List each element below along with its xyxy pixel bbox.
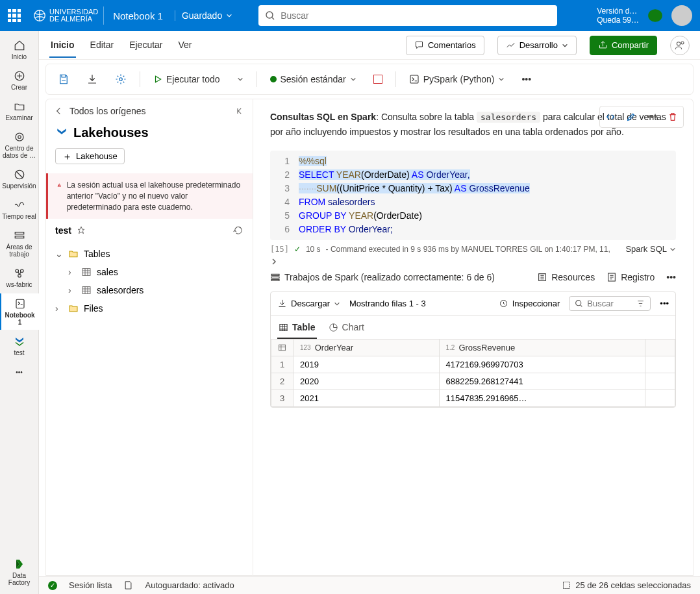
- svg-rect-20: [82, 287, 90, 294]
- share-button[interactable]: Compartir: [590, 36, 657, 55]
- develop-button[interactable]: Desarrollo: [497, 36, 577, 55]
- selection-icon: [562, 580, 571, 590]
- download-results[interactable]: Descargar: [277, 299, 340, 308]
- rail-realtime[interactable]: Tiempo real: [0, 195, 39, 224]
- lakehouse-icon: [55, 127, 68, 140]
- inspect-button[interactable]: Inspeccionar: [499, 299, 560, 308]
- table-row[interactable]: 3202111547835.2916965…: [271, 390, 675, 407]
- session-status[interactable]: Sesión estándar: [266, 71, 360, 87]
- output-more[interactable]: •••: [666, 272, 676, 282]
- resources-tab[interactable]: Resources: [537, 272, 595, 282]
- rail-browse[interactable]: Examinar: [0, 96, 39, 125]
- table-row[interactable]: 220206882259.268127441: [271, 373, 675, 390]
- copilot-button[interactable]: [670, 36, 690, 55]
- table-icon: [81, 267, 92, 277]
- rail-create[interactable]: Crear: [0, 66, 39, 95]
- rail-monitor[interactable]: Supervisión: [0, 164, 39, 193]
- tab-view[interactable]: Ver: [177, 33, 194, 58]
- svg-rect-22: [271, 277, 279, 278]
- tree-tables[interactable]: ⌄Tables: [51, 245, 247, 263]
- collapse-panel-icon[interactable]: [236, 106, 245, 116]
- svg-rect-8: [15, 236, 24, 238]
- svg-point-1: [266, 12, 273, 18]
- back-arrow-icon[interactable]: [54, 106, 64, 116]
- document-title[interactable]: Notebook 1: [110, 10, 163, 21]
- tree-table-sales[interactable]: ›sales: [51, 263, 247, 281]
- spark-jobs[interactable]: Trabajos de Spark (realizado correctamen…: [270, 272, 495, 282]
- current-lakehouse[interactable]: test: [55, 225, 71, 236]
- save-icon: [123, 580, 133, 590]
- table-icon: [278, 343, 286, 352]
- rail-notebook[interactable]: Notebook 1: [0, 293, 39, 330]
- svg-rect-19: [82, 269, 90, 276]
- session-status: Sesión lista: [69, 580, 112, 590]
- exec-index: [15]: [270, 245, 289, 254]
- svg-rect-12: [16, 299, 24, 308]
- trial-status[interactable]: Versión d…Queda 59…: [597, 6, 639, 25]
- notebook-toolbar: Ejecutar todo Sesión estándar PySpark (P…: [45, 64, 694, 95]
- cell-toolbar: •••: [599, 106, 684, 128]
- settings-icon[interactable]: [111, 71, 131, 88]
- tab-edit[interactable]: Editar: [89, 33, 116, 58]
- rail-wsfabric[interactable]: ws-fabric: [0, 263, 39, 292]
- cell-code-icon[interactable]: [601, 108, 619, 126]
- filter-icon[interactable]: [636, 299, 645, 308]
- run-all-dropdown[interactable]: [233, 73, 247, 85]
- cell-language[interactable]: Spark SQL: [625, 244, 676, 254]
- results-more[interactable]: •••: [660, 299, 669, 308]
- rail-onelake[interactable]: Centro de datos de …: [0, 127, 39, 163]
- results-tab-chart[interactable]: Chart: [327, 319, 366, 339]
- autosave-status: Autoguardado: activado: [145, 580, 234, 590]
- pin-icon[interactable]: [77, 226, 86, 235]
- svg-point-15: [119, 78, 123, 81]
- breadcrumb[interactable]: Todos los orígenes: [69, 106, 146, 116]
- rail-home[interactable]: Inicio: [0, 35, 39, 64]
- toolbar-more[interactable]: •••: [518, 71, 535, 87]
- table-row[interactable]: 120194172169.969970703: [271, 356, 675, 373]
- tree-table-salesorders[interactable]: ›salesorders: [51, 281, 247, 299]
- save-status[interactable]: Guardado: [175, 10, 239, 21]
- add-lakehouse-button[interactable]: ＋Lakehouse: [55, 148, 125, 164]
- tab-run[interactable]: Ejecutar: [128, 33, 164, 58]
- download-icon[interactable]: [82, 71, 102, 88]
- explorer-title: Lakehouses: [46, 123, 253, 143]
- svg-point-4: [16, 133, 23, 141]
- user-avatar[interactable]: [671, 5, 692, 26]
- warning-banner: La sesión actual usa el lakehouse predet…: [46, 173, 253, 219]
- help-icon[interactable]: [647, 7, 664, 24]
- rail-more[interactable]: •••: [0, 362, 39, 382]
- svg-point-2: [648, 9, 662, 22]
- code-block[interactable]: 1%%sql 2SELECT YEAR(OrderDate) AS OrderY…: [270, 151, 676, 240]
- results-tab-table[interactable]: Table: [277, 319, 317, 339]
- folder-icon: [68, 249, 79, 259]
- rail-workspaces[interactable]: Áreas de trabajo: [0, 225, 39, 262]
- results-search[interactable]: [569, 296, 651, 311]
- run-all-button[interactable]: Ejecutar todo: [149, 71, 224, 87]
- stop-button[interactable]: [369, 72, 386, 86]
- svg-rect-17: [59, 184, 60, 186]
- folder-icon: [68, 303, 79, 314]
- save-icon[interactable]: [54, 71, 73, 88]
- comments-button[interactable]: Comentarios: [406, 36, 484, 55]
- svg-rect-31: [564, 582, 570, 589]
- cell-delete-icon[interactable]: [664, 108, 682, 126]
- tab-home[interactable]: Inicio: [49, 33, 76, 58]
- rail-test[interactable]: test: [0, 331, 39, 360]
- rail-experience[interactable]: Data Factory: [0, 554, 39, 590]
- app-launcher-icon[interactable]: [8, 9, 21, 22]
- kernel-select[interactable]: PySpark (Python): [405, 71, 509, 87]
- cells-selected: 25 de 26 celdas seleccionadas: [575, 580, 691, 590]
- svg-rect-23: [271, 280, 279, 281]
- cell-edit-icon[interactable]: [622, 108, 640, 126]
- global-search-input[interactable]: [281, 10, 551, 21]
- svg-rect-18: [59, 186, 60, 186]
- refresh-icon[interactable]: [233, 225, 244, 236]
- tree-files[interactable]: ›Files: [51, 299, 247, 317]
- rows-showing: Mostrando filas 1 - 3: [349, 299, 426, 308]
- log-tab[interactable]: Registro: [606, 272, 655, 282]
- expand-output-icon[interactable]: [270, 258, 278, 266]
- cell-more-icon[interactable]: •••: [643, 108, 661, 126]
- global-search[interactable]: [258, 5, 557, 26]
- warning-icon: [57, 180, 62, 190]
- svg-rect-30: [279, 345, 286, 351]
